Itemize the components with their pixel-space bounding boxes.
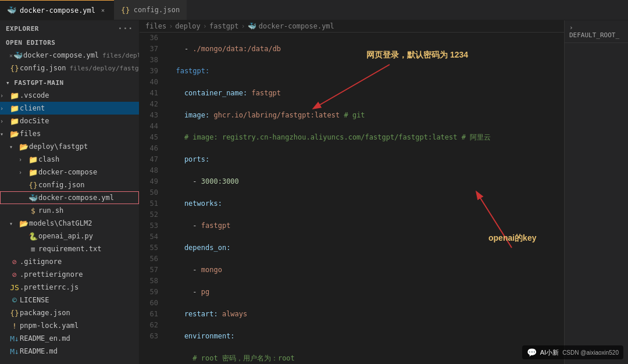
folder-deploy-label: deploy\fastgpt xyxy=(29,142,88,151)
dc-yml-label: docker-compose.yml xyxy=(38,194,114,202)
tab-config-json[interactable]: {} config.json xyxy=(114,0,187,20)
file-gitignore[interactable]: ⊘ .gitignore xyxy=(0,255,139,268)
pnpm-lock-label: pnpm-lock.yaml xyxy=(20,322,78,330)
arrow-deploy: ▾ xyxy=(9,144,19,150)
gitignore-icon: ⊘ xyxy=(9,258,20,266)
sidebar-header: EXPLORER ··· xyxy=(0,20,139,37)
package-json-label: package.json xyxy=(20,309,70,317)
open-editor-config-path: files/deploy/fastgpt xyxy=(69,65,139,72)
prettierrc-icon: JS xyxy=(9,283,20,292)
folder-deploy-fastgpt[interactable]: ▾ 📂 deploy\fastgpt xyxy=(0,140,139,153)
req-icon: ≡ xyxy=(28,245,38,254)
tab-label-json: config.json xyxy=(134,6,180,14)
file-openai-api-py[interactable]: 🐍 openai_api.py xyxy=(0,230,139,242)
readme-label: README.md xyxy=(20,347,58,355)
prettierignore-icon: ⊘ xyxy=(9,270,20,279)
pnpm-lock-icon: ! xyxy=(9,322,20,330)
package-json-icon: {} xyxy=(9,309,20,317)
readme-en-icon: M↓ xyxy=(9,334,20,343)
folder-vscode[interactable]: › 📁 .vscode xyxy=(0,89,139,102)
arrow-models: ▾ xyxy=(9,220,19,227)
arrow-vscode: › xyxy=(0,92,9,99)
folder-dc-icon: 📁 xyxy=(28,168,38,177)
docker-icon: 🐳 xyxy=(7,6,16,15)
breadcrumb: files › deploy › fastgpt › 🐳 docker-comp… xyxy=(140,20,564,33)
readme-icon: M↓ xyxy=(9,347,20,356)
run-sh-label: run.sh xyxy=(38,206,63,215)
readme-en-label: README_en.md xyxy=(20,334,70,342)
open-editor-docker-path: files/deploy/fastgpt xyxy=(102,52,139,59)
main-layout: EXPLORER ··· OPEN EDITORS ✕ 🐳 docker-com… xyxy=(0,20,628,364)
folder-docsite-label: docSite xyxy=(20,117,49,125)
license-icon: © xyxy=(9,296,20,305)
arrow-clash: › xyxy=(19,156,28,163)
folder-vscode-icon: 📁 xyxy=(9,91,20,100)
open-editor-docker[interactable]: ✕ 🐳 docker-compose.yml files/deploy/fast… xyxy=(0,49,139,62)
folder-client[interactable]: › 📁 client xyxy=(0,102,139,115)
right-panel-default-root[interactable]: › DEFAULT_ROOT_ xyxy=(565,20,628,43)
file-license[interactable]: © LICENSE xyxy=(0,294,139,306)
breadcrumb-files: files xyxy=(145,22,166,30)
breadcrumb-docker-icon: 🐳 xyxy=(248,22,256,30)
file-requirement-txt[interactable]: ≡ requirement.txt xyxy=(0,242,139,255)
file-readme-en[interactable]: M↓ README_en.md xyxy=(0,332,139,345)
gitignore-label: .gitignore xyxy=(20,258,62,266)
file-readme[interactable]: M↓ README.md xyxy=(0,345,139,358)
fastgpt-main-label[interactable]: ▾ FASTGPT-MAIN xyxy=(0,77,139,89)
json-file-icon: {} xyxy=(9,64,20,73)
arrow-docker-compose: › xyxy=(19,169,28,176)
prettierignore-label: .prettierignore xyxy=(20,270,83,279)
dc-yml-icon: 🐳 xyxy=(28,194,38,202)
folder-docker-compose[interactable]: › 📁 docker-compose xyxy=(0,166,139,179)
file-run-sh[interactable]: $ run.sh xyxy=(0,204,139,217)
open-editors-label: OPEN EDITORS xyxy=(0,37,139,49)
req-label: requirement.txt xyxy=(38,245,101,253)
tab-label-docker: docker-compose.yml xyxy=(20,6,95,15)
license-label: LICENSE xyxy=(20,296,49,304)
right-panel: › DEFAULT_ROOT_ xyxy=(564,20,628,364)
code-content[interactable]: - ./mongo/data:/data/db fastgpt: contain… xyxy=(163,33,564,364)
file-prettierignore[interactable]: ⊘ .prettierignore xyxy=(0,268,139,281)
tab-bar: 🐳 docker-compose.yml ✕ {} config.json xyxy=(0,0,628,20)
editor-area: files › deploy › fastgpt › 🐳 docker-comp… xyxy=(140,20,564,364)
line-numbers: 3637383940 4142434445 4647484950 5152535… xyxy=(140,33,163,364)
folder-docsite-icon: 📁 xyxy=(9,117,20,126)
folder-client-icon: 📁 xyxy=(9,104,20,113)
tab-close-docker[interactable]: ✕ xyxy=(99,6,107,15)
breadcrumb-deploy: deploy xyxy=(175,22,200,30)
folder-docsite[interactable]: › 📁 docSite xyxy=(0,115,139,127)
file-docker-compose-yml[interactable]: 🐳 docker-compose.yml xyxy=(0,191,139,204)
arrow-docsite: › xyxy=(0,118,9,124)
arrow-client: › xyxy=(0,105,9,112)
tab-docker-compose[interactable]: 🐳 docker-compose.yml ✕ xyxy=(0,0,114,20)
folder-clash-icon: 📁 xyxy=(28,155,38,164)
sidebar-options-icon[interactable]: ··· xyxy=(117,24,133,33)
open-editor-docker-label: docker-compose.yml xyxy=(23,51,99,59)
folder-models-icon: 📂 xyxy=(19,219,29,228)
folder-clash[interactable]: › 📁 clash xyxy=(0,153,139,166)
watermark-csdn: CSDN @aixiaoxin520 xyxy=(562,349,619,356)
open-editor-config-label: config.json xyxy=(20,64,66,72)
watermark-name: AI小新 xyxy=(540,348,559,357)
code-editor[interactable]: 3637383940 4142434445 4647484950 5152535… xyxy=(140,33,564,364)
file-pnpm-lock[interactable]: ! pnpm-lock.yaml xyxy=(0,319,139,332)
folder-models-chatglm[interactable]: ▾ 📂 models\ChatGLM2 xyxy=(0,217,139,230)
folder-files[interactable]: ▾ 📂 files xyxy=(0,127,139,140)
file-package-json[interactable]: {} package.json xyxy=(0,306,139,319)
folder-vscode-label: .vscode xyxy=(20,91,49,99)
open-editor-config[interactable]: {} config.json files/deploy/fastgpt xyxy=(0,62,139,74)
file-config-json[interactable]: {} config.json xyxy=(0,179,139,191)
arrow-files: ▾ xyxy=(0,131,9,137)
folder-models-label: models\ChatGLM2 xyxy=(29,219,92,227)
file-prettierrc-js[interactable]: JS .prettierrc.js xyxy=(0,281,139,294)
watermark: 💬 AI小新 CSDN @aixiaoxin520 xyxy=(522,345,623,359)
py-label: openai_api.py xyxy=(38,232,93,240)
folder-clash-label: clash xyxy=(38,155,59,163)
config-json-label: config.json xyxy=(38,181,84,189)
folder-files-icon: 📂 xyxy=(9,130,20,138)
explorer-label: EXPLORER xyxy=(6,25,39,33)
folder-files-label: files xyxy=(20,130,41,138)
wechat-icon: 💬 xyxy=(527,348,537,357)
breadcrumb-fastgpt: fastgpt xyxy=(209,22,239,30)
sidebar: EXPLORER ··· OPEN EDITORS ✕ 🐳 docker-com… xyxy=(0,20,140,364)
